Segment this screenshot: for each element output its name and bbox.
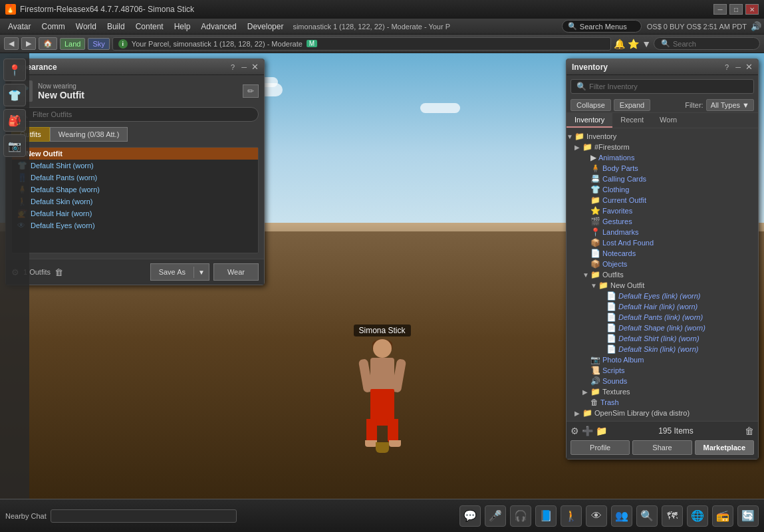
collapse-button[interactable]: Collapse — [571, 99, 611, 111]
radio-icon[interactable]: 📻 — [712, 505, 733, 527]
tree-item[interactable]: 📄Default Eyes (link) (worn) — [567, 291, 758, 301]
trash-button[interactable]: 🗑 — [745, 426, 754, 436]
search-menus-box[interactable]: 🔍 Search Menus — [562, 20, 642, 33]
inv-search-input[interactable] — [589, 82, 748, 90]
outfit-item-skin[interactable]: 🚶 Default Skin (worn) — [12, 196, 258, 207]
menu-advanced[interactable]: Advanced — [195, 21, 241, 33]
close-button[interactable]: ✕ — [745, 4, 759, 15]
sky-button[interactable]: Sky — [88, 38, 109, 50]
outfit-item-hair[interactable]: 💇 Default Hair (worn) — [12, 207, 258, 219]
tree-item[interactable]: ▶📁Textures — [567, 386, 758, 397]
menu-build[interactable]: Build — [102, 21, 130, 33]
refresh-icon[interactable]: 🔄 — [737, 505, 759, 527]
search-icon[interactable]: 🔍 — [636, 505, 658, 527]
filter-outfits-input[interactable] — [33, 110, 251, 118]
edit-appearance-button[interactable]: ✏ — [243, 84, 259, 98]
mic-icon[interactable]: 🎤 — [485, 505, 506, 527]
search-input[interactable] — [673, 40, 753, 48]
map-icon[interactable]: 🗺 — [662, 505, 683, 527]
tree-item[interactable]: 📍Landmarks — [567, 227, 758, 237]
tree-item[interactable]: 📇Calling Cards — [567, 174, 758, 184]
tree-item[interactable]: 📄Default Shirt (link) (worn) — [567, 333, 758, 344]
folder-button[interactable]: 📁 — [596, 426, 607, 436]
expand-button[interactable]: Expand — [614, 99, 650, 111]
save-as-button[interactable]: Save As ▼ — [150, 263, 209, 281]
settings-button[interactable]: ⚙ — [571, 426, 579, 436]
minimize-button[interactable]: ─ — [713, 4, 727, 15]
tree-item[interactable]: 📁Current Outfit — [567, 195, 758, 205]
back-button[interactable]: ◀ — [4, 37, 19, 50]
tree-item[interactable]: 📄Default Skin (link) (worn) — [567, 344, 758, 354]
tree-item[interactable]: 📦Objects — [567, 259, 758, 269]
tree-item[interactable]: 🧍Body Parts — [567, 163, 758, 174]
tree-item[interactable]: 📄Default Pants (link) (worn) — [567, 312, 758, 323]
tree-item[interactable]: 🗑Trash — [567, 397, 758, 408]
land-button[interactable]: Land — [60, 38, 85, 50]
eye-icon[interactable]: 👁 — [586, 505, 607, 527]
world-icon[interactable]: 🌐 — [687, 505, 708, 527]
appearance-help-button[interactable]: ? — [229, 62, 237, 72]
tree-item[interactable]: ▶📁OpenSim Library (diva distro) — [567, 408, 758, 418]
tree-item[interactable]: 📄Default Hair (link) (worn) — [567, 301, 758, 312]
inventory-help-button[interactable]: ? — [723, 62, 731, 72]
tab-inventory[interactable]: Inventory — [567, 113, 612, 128]
tab-wearing[interactable]: Wearing (0/38 Att.) — [50, 127, 128, 142]
home-button[interactable]: 🏠 — [39, 37, 57, 50]
menu-comm[interactable]: Comm — [36, 21, 70, 33]
add-item-button[interactable]: ➕ — [582, 426, 593, 436]
tree-item[interactable]: 📦Lost And Found — [567, 237, 758, 248]
tree-item[interactable]: 📄Default Shape (link) (worn) — [567, 323, 758, 333]
tab-worn[interactable]: Worn — [652, 113, 685, 128]
sidebar-icon-appearance[interactable]: 👕 — [3, 84, 26, 106]
tree-item[interactable]: ▶📁#Firestorm — [567, 142, 758, 152]
people-icon[interactable]: 👥 — [611, 505, 632, 527]
tree-item[interactable]: 📷Photo Album — [567, 354, 758, 365]
share-button[interactable]: Share — [632, 440, 692, 455]
menu-world[interactable]: World — [70, 21, 102, 33]
tree-item[interactable]: 🎬Gestures — [567, 216, 758, 227]
wear-button[interactable]: Wear — [213, 263, 259, 281]
tree-item[interactable]: ▶Animations — [567, 152, 758, 163]
walk-icon[interactable]: 🚶 — [561, 505, 582, 527]
bookmark-button[interactable]: ⭐ — [628, 39, 639, 49]
menu-help[interactable]: Help — [169, 21, 196, 33]
alert-button[interactable]: 🔔 — [614, 39, 625, 49]
tab-recent[interactable]: Recent — [612, 113, 652, 128]
outfit-item-shirt[interactable]: 👕 Default Shirt (worn) — [12, 160, 258, 172]
forward-button[interactable]: ▶ — [21, 37, 36, 50]
inventory-close-button[interactable]: ✕ — [745, 62, 753, 72]
outfit-item-shape[interactable]: 🧍 Default Shape (worn) — [12, 184, 258, 196]
tree-item[interactable]: ⭐Favorites — [567, 205, 758, 216]
appearance-min-button[interactable]: ─ — [239, 62, 249, 72]
outfit-item-pants[interactable]: 👖 Default Pants (worn) — [12, 172, 258, 184]
tree-item[interactable]: 🔊Sounds — [567, 376, 758, 386]
sidebar-icon-location[interactable]: 📍 — [3, 59, 26, 81]
filter-outfits-bar[interactable]: 🔍 — [11, 107, 259, 122]
appearance-close-button[interactable]: ✕ — [251, 62, 259, 72]
tree-item[interactable]: ▼📁Inventory — [567, 131, 758, 142]
tree-item[interactable]: 📄Notecards — [567, 248, 758, 259]
delete-outfit-button[interactable]: 🗑 — [55, 267, 63, 277]
nearby-chat-input[interactable] — [51, 509, 237, 523]
marketplace-button[interactable]: Marketplace — [695, 440, 754, 455]
tree-item[interactable]: ▼📁New Outfit — [567, 280, 758, 291]
social-icon[interactable]: 📘 — [535, 505, 557, 527]
nav-arrow-button[interactable]: ▼ — [642, 39, 651, 49]
sidebar-icon-camera[interactable]: 📷 — [3, 134, 26, 157]
inventory-min-button[interactable]: ─ — [733, 62, 743, 72]
tree-item[interactable]: 📜Scripts — [567, 365, 758, 376]
outfit-item-eyes[interactable]: 👁 Default Eyes (worn) — [12, 219, 258, 231]
chat-icon[interactable]: 💬 — [459, 505, 481, 527]
profile-button[interactable]: Profile — [571, 440, 630, 455]
tree-item[interactable]: ▼📁Outfits — [567, 269, 758, 280]
maximize-button[interactable]: □ — [729, 4, 743, 15]
sidebar-icon-inventory[interactable]: 🎒 — [3, 109, 26, 132]
all-types-button[interactable]: All Types ▼ — [706, 99, 754, 111]
inv-search-bar[interactable]: 🔍 — [571, 79, 754, 94]
headphones-icon[interactable]: 🎧 — [510, 505, 531, 527]
save-as-arrow[interactable]: ▼ — [193, 267, 209, 278]
menu-developer[interactable]: Developer — [242, 21, 289, 33]
menu-content[interactable]: Content — [130, 21, 169, 33]
menu-avatar[interactable]: Avatar — [3, 21, 36, 33]
tree-item[interactable]: 👕Clothing — [567, 184, 758, 195]
